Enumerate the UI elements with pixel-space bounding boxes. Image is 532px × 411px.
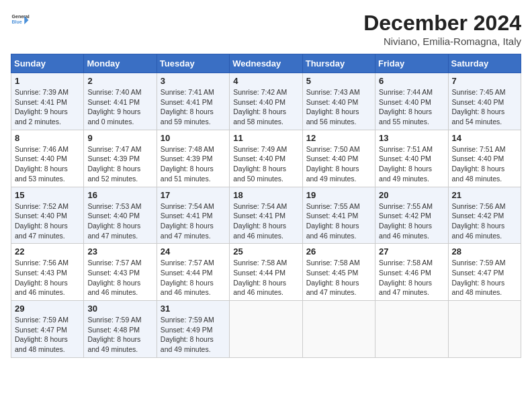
day-number: 8 [15,133,80,143]
calendar-cell [302,301,375,358]
cell-info: Sunrise: 7:44 AM Sunset: 4:40 PM Dayligh… [379,87,444,127]
calendar-cell: 16Sunrise: 7:53 AM Sunset: 4:40 PM Dayli… [84,187,157,244]
cell-info: Sunrise: 7:48 AM Sunset: 4:39 PM Dayligh… [161,144,226,184]
header: GeneralBlue December 2024 Niviano, Emili… [11,11,521,47]
calendar-cell: 8Sunrise: 7:46 AM Sunset: 4:40 PM Daylig… [11,130,84,187]
week-row-1: 1Sunrise: 7:39 AM Sunset: 4:41 PM Daylig… [11,73,521,130]
calendar-table: SundayMondayTuesdayWednesdayThursdayFrid… [11,54,521,358]
calendar-cell: 24Sunrise: 7:57 AM Sunset: 4:44 PM Dayli… [157,244,229,301]
calendar-cell: 20Sunrise: 7:55 AM Sunset: 4:42 PM Dayli… [375,187,448,244]
col-header-wednesday: Wednesday [230,54,302,73]
day-number: 21 [452,190,517,200]
cell-info: Sunrise: 7:43 AM Sunset: 4:40 PM Dayligh… [306,87,371,127]
calendar-cell: 18Sunrise: 7:54 AM Sunset: 4:41 PM Dayli… [230,187,302,244]
calendar-cell: 5Sunrise: 7:43 AM Sunset: 4:40 PM Daylig… [302,73,375,130]
calendar-cell: 7Sunrise: 7:45 AM Sunset: 4:40 PM Daylig… [448,73,521,130]
cell-info: Sunrise: 7:39 AM Sunset: 4:41 PM Dayligh… [15,87,80,127]
day-number: 17 [161,190,226,200]
cell-info: Sunrise: 7:58 AM Sunset: 4:46 PM Dayligh… [379,258,444,298]
calendar-cell: 14Sunrise: 7:51 AM Sunset: 4:40 PM Dayli… [448,130,521,187]
calendar-cell: 17Sunrise: 7:54 AM Sunset: 4:41 PM Dayli… [157,187,229,244]
calendar-cell: 23Sunrise: 7:57 AM Sunset: 4:43 PM Dayli… [84,244,157,301]
calendar-cell: 11Sunrise: 7:49 AM Sunset: 4:40 PM Dayli… [230,130,302,187]
week-row-4: 22Sunrise: 7:56 AM Sunset: 4:43 PM Dayli… [11,244,521,301]
cell-info: Sunrise: 7:41 AM Sunset: 4:41 PM Dayligh… [161,87,226,127]
day-number: 1 [15,76,80,86]
calendar-cell: 25Sunrise: 7:58 AM Sunset: 4:44 PM Dayli… [230,244,302,301]
calendar-cell: 13Sunrise: 7:51 AM Sunset: 4:40 PM Dayli… [375,130,448,187]
cell-info: Sunrise: 7:55 AM Sunset: 4:41 PM Dayligh… [306,201,371,241]
day-number: 12 [306,133,371,143]
calendar-cell: 10Sunrise: 7:48 AM Sunset: 4:39 PM Dayli… [157,130,229,187]
calendar-cell: 9Sunrise: 7:47 AM Sunset: 4:39 PM Daylig… [84,130,157,187]
cell-info: Sunrise: 7:59 AM Sunset: 4:47 PM Dayligh… [15,315,80,355]
day-number: 15 [15,190,80,200]
day-number: 24 [161,246,226,257]
day-number: 28 [452,246,517,257]
day-number: 31 [161,304,226,314]
col-header-tuesday: Tuesday [157,54,229,73]
day-number: 6 [379,76,444,86]
col-header-saturday: Saturday [448,54,521,73]
calendar-cell: 22Sunrise: 7:56 AM Sunset: 4:43 PM Dayli… [11,244,84,301]
cell-info: Sunrise: 7:58 AM Sunset: 4:44 PM Dayligh… [233,258,298,298]
calendar-cell: 12Sunrise: 7:50 AM Sunset: 4:40 PM Dayli… [302,130,375,187]
cell-info: Sunrise: 7:57 AM Sunset: 4:44 PM Dayligh… [161,258,226,298]
cell-info: Sunrise: 7:46 AM Sunset: 4:40 PM Dayligh… [15,144,80,184]
week-row-5: 29Sunrise: 7:59 AM Sunset: 4:47 PM Dayli… [11,301,521,358]
svg-text:General: General [12,14,30,19]
cell-info: Sunrise: 7:49 AM Sunset: 4:40 PM Dayligh… [233,144,298,184]
cell-info: Sunrise: 7:58 AM Sunset: 4:45 PM Dayligh… [306,258,371,298]
day-number: 14 [452,133,517,143]
day-number: 11 [233,133,298,143]
cell-info: Sunrise: 7:59 AM Sunset: 4:49 PM Dayligh… [161,315,226,355]
cell-info: Sunrise: 7:42 AM Sunset: 4:40 PM Dayligh… [233,87,298,127]
calendar-cell: 21Sunrise: 7:56 AM Sunset: 4:42 PM Dayli… [448,187,521,244]
calendar-cell: 28Sunrise: 7:59 AM Sunset: 4:47 PM Dayli… [448,244,521,301]
cell-info: Sunrise: 7:56 AM Sunset: 4:42 PM Dayligh… [452,201,517,241]
day-number: 22 [15,246,80,257]
calendar-cell: 27Sunrise: 7:58 AM Sunset: 4:46 PM Dayli… [375,244,448,301]
calendar-cell: 3Sunrise: 7:41 AM Sunset: 4:41 PM Daylig… [157,73,229,130]
day-number: 30 [87,304,152,314]
cell-info: Sunrise: 7:54 AM Sunset: 4:41 PM Dayligh… [161,201,226,241]
cell-info: Sunrise: 7:51 AM Sunset: 4:40 PM Dayligh… [452,144,517,184]
week-row-2: 8Sunrise: 7:46 AM Sunset: 4:40 PM Daylig… [11,130,521,187]
cell-info: Sunrise: 7:54 AM Sunset: 4:41 PM Dayligh… [233,201,298,241]
cell-info: Sunrise: 7:55 AM Sunset: 4:42 PM Dayligh… [379,201,444,241]
calendar-cell: 1Sunrise: 7:39 AM Sunset: 4:41 PM Daylig… [11,73,84,130]
calendar-cell: 29Sunrise: 7:59 AM Sunset: 4:47 PM Dayli… [11,301,84,358]
day-number: 27 [379,246,444,257]
cell-info: Sunrise: 7:57 AM Sunset: 4:43 PM Dayligh… [87,258,152,298]
svg-text:Blue: Blue [12,19,22,24]
cell-info: Sunrise: 7:50 AM Sunset: 4:40 PM Dayligh… [306,144,371,184]
cell-info: Sunrise: 7:59 AM Sunset: 4:47 PM Dayligh… [452,258,517,298]
calendar-cell: 6Sunrise: 7:44 AM Sunset: 4:40 PM Daylig… [375,73,448,130]
day-number: 7 [452,76,517,86]
month-title: December 2024 [363,11,521,36]
calendar-cell: 26Sunrise: 7:58 AM Sunset: 4:45 PM Dayli… [302,244,375,301]
calendar-cell: 19Sunrise: 7:55 AM Sunset: 4:41 PM Dayli… [302,187,375,244]
day-number: 9 [87,133,152,143]
day-number: 16 [87,190,152,200]
calendar-cell: 31Sunrise: 7:59 AM Sunset: 4:49 PM Dayli… [157,301,229,358]
calendar-cell: 15Sunrise: 7:52 AM Sunset: 4:40 PM Dayli… [11,187,84,244]
cell-info: Sunrise: 7:52 AM Sunset: 4:40 PM Dayligh… [15,201,80,241]
day-number: 29 [15,304,80,314]
week-row-3: 15Sunrise: 7:52 AM Sunset: 4:40 PM Dayli… [11,187,521,244]
day-number: 13 [379,133,444,143]
day-number: 18 [233,190,298,200]
day-number: 2 [87,76,152,86]
col-header-friday: Friday [375,54,448,73]
calendar-cell: 4Sunrise: 7:42 AM Sunset: 4:40 PM Daylig… [230,73,302,130]
day-number: 26 [306,246,371,257]
cell-info: Sunrise: 7:59 AM Sunset: 4:48 PM Dayligh… [87,315,152,355]
cell-info: Sunrise: 7:56 AM Sunset: 4:43 PM Dayligh… [15,258,80,298]
cell-info: Sunrise: 7:51 AM Sunset: 4:40 PM Dayligh… [379,144,444,184]
calendar-cell: 2Sunrise: 7:40 AM Sunset: 4:41 PM Daylig… [84,73,157,130]
day-number: 19 [306,190,371,200]
col-header-thursday: Thursday [302,54,375,73]
header-row: SundayMondayTuesdayWednesdayThursdayFrid… [11,54,521,73]
logo-icon: GeneralBlue [11,11,30,30]
col-header-sunday: Sunday [11,54,84,73]
